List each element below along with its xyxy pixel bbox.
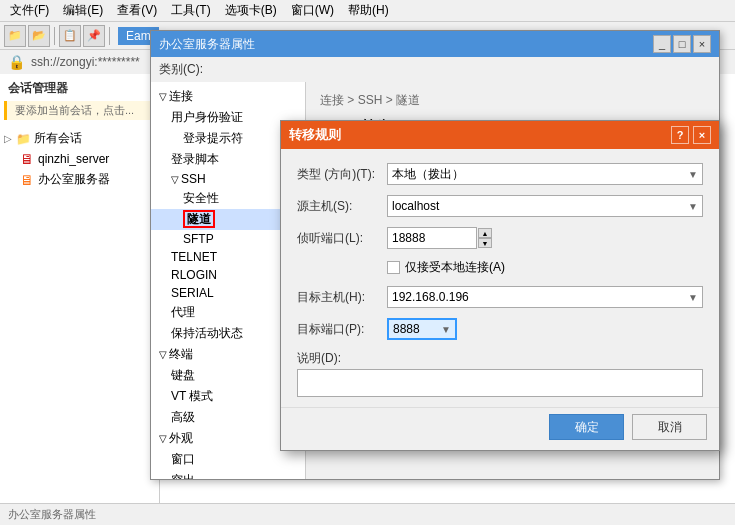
dest-host-value: 192.168.0.196 bbox=[392, 290, 469, 304]
expand-icon: ▷ bbox=[4, 133, 16, 144]
ok-button[interactable]: 确定 bbox=[549, 414, 624, 440]
transfer-title-bar: 转移规则 ? × bbox=[281, 121, 719, 149]
source-label: 源主机(S): bbox=[297, 198, 387, 215]
note-input[interactable] bbox=[297, 369, 703, 397]
connection-title: ssh://zongyi:********* bbox=[31, 55, 140, 69]
source-arrow: ▼ bbox=[688, 201, 698, 212]
props-minimize-btn[interactable]: _ bbox=[653, 35, 671, 53]
toolbar-sep1 bbox=[54, 27, 55, 45]
tree-highlight[interactable]: 突出 bbox=[151, 470, 305, 479]
props-title-bar: 办公室服务器属性 _ □ × bbox=[151, 31, 719, 57]
session-office[interactable]: 🖥 办公室服务器 bbox=[16, 169, 159, 190]
dest-port-value: 8888 bbox=[393, 322, 420, 336]
dest-port-label: 目标端口(P): bbox=[297, 321, 387, 338]
checkbox-row: 仅接受本地连接(A) bbox=[297, 259, 703, 276]
menu-tabs[interactable]: 选项卡(B) bbox=[219, 0, 283, 21]
menu-bar: 文件(F) 编辑(E) 查看(V) 工具(T) 选项卡(B) 窗口(W) 帮助(… bbox=[0, 0, 735, 22]
server-icon-2: 🖥 bbox=[20, 172, 34, 188]
transfer-dialog[interactable]: 转移规则 ? × 类型 (方向)(T): 本地（拨出） ▼ 源主机(S): lo… bbox=[280, 120, 720, 451]
session-qinzhi[interactable]: 🖥 qinzhi_server bbox=[16, 149, 159, 169]
server-icon-1: 🖥 bbox=[20, 151, 34, 167]
menu-edit[interactable]: 编辑(E) bbox=[57, 0, 109, 21]
left-panel: 会话管理器 要添加当前会话，点击... ▷ 📁 所有会话 🖥 qinzhi_se… bbox=[0, 74, 160, 503]
listen-control: 18888 ▲ ▼ bbox=[387, 227, 703, 249]
type-select-value: 本地（拨出） bbox=[392, 166, 464, 183]
listen-stepper: ▲ ▼ bbox=[478, 228, 492, 248]
dest-host-select[interactable]: 192.168.0.196 ▼ bbox=[387, 286, 703, 308]
tree-window[interactable]: 窗口 bbox=[151, 449, 305, 470]
listen-label: 侦听端口(L): bbox=[297, 230, 387, 247]
dest-port-control: 8888 ▼ bbox=[387, 318, 703, 340]
dest-host-arrow: ▼ bbox=[688, 292, 698, 303]
props-close-btn[interactable]: × bbox=[693, 35, 711, 53]
session-office-label: 办公室服务器 bbox=[38, 171, 110, 188]
props-title-text: 办公室服务器属性 bbox=[159, 36, 255, 53]
menu-window[interactable]: 窗口(W) bbox=[285, 0, 340, 21]
dest-port-arrow: ▼ bbox=[441, 324, 451, 335]
session-manager-title: 会话管理器 bbox=[0, 78, 159, 99]
source-select[interactable]: localhost ▼ bbox=[387, 195, 703, 217]
menu-tools[interactable]: 工具(T) bbox=[165, 0, 216, 21]
listen-down-arrow[interactable]: ▼ bbox=[478, 238, 492, 248]
menu-view[interactable]: 查看(V) bbox=[111, 0, 163, 21]
cancel-button[interactable]: 取消 bbox=[632, 414, 707, 440]
type-row: 类型 (方向)(T): 本地（拨出） ▼ bbox=[297, 163, 703, 185]
listen-row: 侦听端口(L): 18888 ▲ ▼ bbox=[297, 227, 703, 249]
source-row: 源主机(S): localhost ▼ bbox=[297, 195, 703, 217]
transfer-body: 类型 (方向)(T): 本地（拨出） ▼ 源主机(S): localhost ▼… bbox=[281, 149, 719, 407]
menu-file[interactable]: 文件(F) bbox=[4, 0, 55, 21]
menu-help[interactable]: 帮助(H) bbox=[342, 0, 395, 21]
transfer-footer: 确定 取消 bbox=[281, 407, 719, 450]
copy-btn[interactable]: 📋 bbox=[59, 25, 81, 47]
status-text: 办公室服务器属性 bbox=[8, 507, 96, 522]
props-restore-btn[interactable]: □ bbox=[673, 35, 691, 53]
tunnel-highlight: 隧道 bbox=[183, 210, 215, 228]
dest-port-input[interactable]: 8888 ▼ bbox=[387, 318, 457, 340]
transfer-title-text: 转移规则 bbox=[289, 126, 341, 144]
dest-host-row: 目标主机(H): 192.168.0.196 ▼ bbox=[297, 286, 703, 308]
session-qinzhi-label: qinzhi_server bbox=[38, 152, 109, 166]
warning-text: 要添加当前会话，点击... bbox=[4, 101, 155, 120]
type-label: 类型 (方向)(T): bbox=[297, 166, 387, 183]
category-label: 类别(C): bbox=[151, 57, 719, 82]
transfer-title-buttons: ? × bbox=[671, 126, 711, 144]
status-bar: 办公室服务器属性 bbox=[0, 503, 735, 525]
dest-host-label: 目标主机(H): bbox=[297, 289, 387, 306]
dest-port-row: 目标端口(P): 8888 ▼ bbox=[297, 318, 703, 340]
listen-up-arrow[interactable]: ▲ bbox=[478, 228, 492, 238]
all-sessions-label: 所有会话 bbox=[34, 130, 82, 147]
type-select[interactable]: 本地（拨出） ▼ bbox=[387, 163, 703, 185]
open-btn[interactable]: 📂 bbox=[28, 25, 50, 47]
new-btn[interactable]: 📁 bbox=[4, 25, 26, 47]
local-only-label: 仅接受本地连接(A) bbox=[405, 259, 505, 276]
source-value: localhost bbox=[392, 199, 439, 213]
transfer-help-btn[interactable]: ? bbox=[671, 126, 689, 144]
listen-port-value: 18888 bbox=[392, 231, 425, 245]
transfer-close-btn[interactable]: × bbox=[693, 126, 711, 144]
dest-host-control: 192.168.0.196 ▼ bbox=[387, 286, 703, 308]
listen-port-input[interactable]: 18888 bbox=[387, 227, 477, 249]
type-control: 本地（拨出） ▼ bbox=[387, 163, 703, 185]
toolbar-sep2 bbox=[109, 27, 110, 45]
paste-btn[interactable]: 📌 bbox=[83, 25, 105, 47]
source-control: localhost ▼ bbox=[387, 195, 703, 217]
note-label: 说明(D): bbox=[297, 350, 387, 367]
note-row: 说明(D): bbox=[297, 350, 703, 397]
breadcrumb: 连接 > SSH > 隧道 bbox=[320, 92, 705, 109]
tree-connection[interactable]: ▽连接 bbox=[151, 86, 305, 107]
type-select-arrow: ▼ bbox=[688, 169, 698, 180]
local-only-checkbox[interactable] bbox=[387, 261, 400, 274]
all-sessions-group[interactable]: ▷ 📁 所有会话 bbox=[0, 128, 159, 149]
